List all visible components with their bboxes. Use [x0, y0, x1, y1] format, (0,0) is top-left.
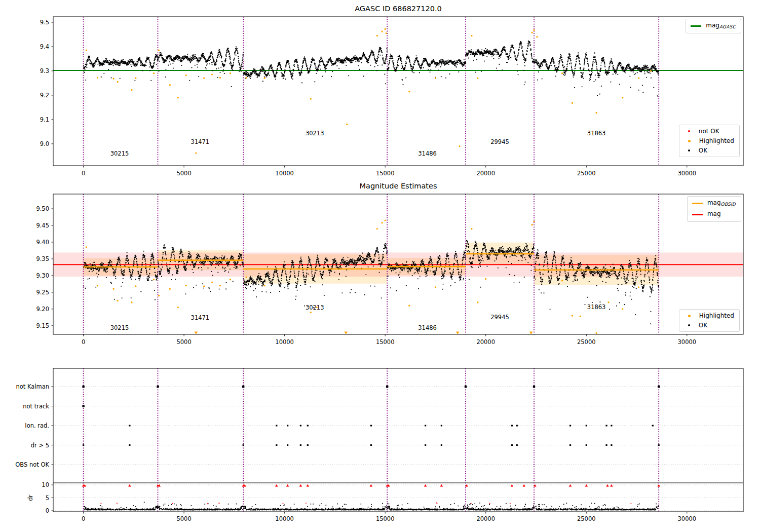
x-tick-label: 20000 — [476, 338, 495, 346]
obsid-label: 30213 — [306, 304, 324, 311]
flag-row-label: Ion. rad. — [25, 422, 49, 429]
legend-label: not OK — [699, 128, 719, 135]
y-tick-label: 9.0 — [40, 140, 49, 147]
x-tick-label: 5000 — [176, 338, 191, 346]
green-line-swatch — [691, 25, 701, 27]
legend-item-highlighted: Highlighted — [684, 312, 734, 319]
x-tick-label: 25000 — [577, 338, 596, 346]
flag-row-label: not track — [23, 403, 49, 410]
obsid-label: 29945 — [490, 138, 509, 145]
obsid-label: 31486 — [418, 324, 437, 331]
y-tick-label: 9.1 — [40, 116, 49, 123]
dr-tick-label: 5 — [46, 495, 49, 502]
x-tick-label: 15000 — [376, 170, 395, 177]
legend-item-highlighted: Highlighted — [684, 137, 734, 144]
x-tick-label: 30000 — [678, 170, 697, 177]
obsid-label: 31471 — [191, 314, 210, 321]
red-line-swatch — [692, 214, 703, 215]
legend-item-ok: OK — [684, 147, 734, 154]
x-tick-label: 25000 — [577, 515, 596, 522]
legend-middle-status: Highlighted OK — [679, 309, 740, 332]
flag-row-label: dr > 5 — [31, 442, 49, 449]
orange-line-swatch — [692, 203, 703, 204]
x-tick-label: 0 — [82, 338, 85, 346]
dr-tick-label: 10 — [42, 481, 49, 488]
top-plot-title: AGASC ID 686827120.0 — [355, 5, 442, 13]
y-tick-label: 9.40 — [36, 239, 49, 246]
figure-canvas: 0500010000150002000025000300009.59.49.39… — [0, 0, 760, 532]
legend-item-ok: OK — [684, 322, 734, 329]
y-tick-label: 9.2 — [40, 92, 49, 99]
x-tick-label: 5000 — [176, 515, 191, 522]
legend-item-mag-agasc: magAGASC — [691, 22, 736, 30]
legend-label: magOBSID — [707, 199, 736, 208]
y-tick-label: 9.20 — [36, 306, 49, 313]
x-tick-label: 5000 — [176, 170, 191, 177]
legend-label: Highlighted — [699, 137, 734, 144]
y-tick-label: 9.35 — [36, 255, 49, 262]
x-tick-label: 30000 — [678, 515, 697, 522]
top-scatter-ok — [84, 41, 659, 96]
dr-axis-label: dr — [27, 495, 34, 501]
obsid-label: 31486 — [418, 150, 437, 157]
flag-row-label: OBS not OK — [15, 461, 49, 468]
bottom-plot: 050001000015000200002500030000not Kalman… — [15, 368, 743, 522]
legend-label: magAGASC — [706, 22, 736, 30]
x-tick-label: 20000 — [476, 170, 495, 177]
dr-scatter-not-ok — [101, 503, 631, 504]
orange-dot-swatch — [688, 315, 691, 317]
red-dot-swatch — [688, 130, 690, 132]
obsid-label: 30215 — [110, 150, 129, 157]
obsid-label: 29945 — [490, 314, 509, 321]
x-tick-label: 25000 — [577, 170, 596, 177]
legend-top-status: not OK Highlighted OK — [679, 125, 740, 157]
orange-dot-swatch — [688, 140, 691, 142]
y-tick-label: 9.4 — [40, 43, 49, 50]
dr-clipped-markers — [82, 484, 660, 487]
legend-label: Highlighted — [699, 312, 734, 319]
obsid-label: 31863 — [587, 303, 606, 311]
black-dot-swatch — [688, 149, 690, 151]
legend-item-not-ok: not OK — [684, 128, 734, 135]
x-tick-label: 20000 — [476, 515, 495, 522]
y-tick-label: 9.50 — [36, 205, 49, 212]
middle-plot: 0500010000150002000025000300009.509.459.… — [36, 194, 743, 346]
x-tick-label: 10000 — [275, 170, 294, 177]
obsid-label: 31471 — [191, 138, 210, 145]
y-tick-label: 9.25 — [36, 289, 49, 296]
legend-label: OK — [699, 147, 707, 154]
legend-label: OK — [699, 322, 707, 329]
y-tick-label: 9.45 — [36, 222, 49, 229]
x-tick-label: 10000 — [275, 338, 294, 346]
obsid-label: 31863 — [587, 130, 606, 137]
top-scatter-highlighted — [87, 29, 651, 154]
obsid-label: 30213 — [306, 130, 324, 137]
legend-mag-agasc: magAGASC — [686, 19, 741, 33]
obsid-label: 30215 — [110, 324, 129, 331]
y-tick-label: 9.15 — [36, 322, 49, 329]
legend-item-mag-obsid: magOBSID — [692, 199, 736, 208]
clipped-low-markers — [195, 332, 533, 334]
x-tick-label: 0 — [82, 515, 85, 522]
legend-item-mag: mag — [692, 210, 736, 219]
y-tick-label: 9.30 — [36, 272, 49, 279]
black-dot-swatch — [688, 324, 690, 326]
x-tick-label: 15000 — [376, 338, 395, 346]
middle-plot-title: Magnitude Estimates — [359, 182, 437, 190]
x-tick-label: 10000 — [275, 515, 294, 522]
legend-mag-lines: magOBSID mag — [687, 196, 741, 222]
flag-row-label: not Kalman — [16, 383, 49, 390]
figure: 0500010000150002000025000300009.59.49.39… — [0, 0, 760, 532]
x-tick-label: 0 — [82, 170, 85, 177]
top-plot: 0500010000150002000025000300009.59.49.39… — [40, 17, 743, 177]
y-tick-label: 9.3 — [40, 67, 49, 74]
legend-label: mag — [707, 210, 721, 219]
x-tick-label: 30000 — [678, 338, 697, 346]
y-tick-label: 9.5 — [40, 19, 49, 26]
dr-scatter-ok — [84, 502, 659, 510]
x-tick-label: 15000 — [376, 515, 395, 522]
dr-tick-label: 0 — [46, 507, 49, 514]
